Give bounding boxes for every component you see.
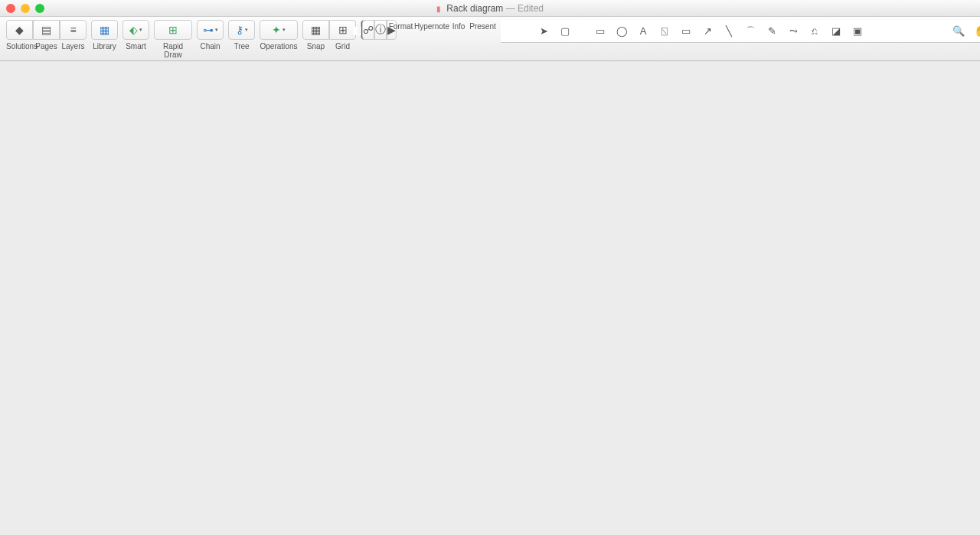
- title-text: Rack diagram: [446, 3, 503, 14]
- bezier-tool[interactable]: ⤳: [784, 23, 802, 40]
- format-button[interactable]: ◧ ☍ ⓘ ▶: [361, 20, 387, 40]
- maximize-icon[interactable]: [35, 4, 44, 13]
- hypernote-button[interactable]: ☍: [362, 20, 374, 40]
- edited-label: — Edited: [506, 3, 544, 14]
- hand-tool[interactable]: ✋: [971, 23, 980, 40]
- line-tool[interactable]: ╲: [720, 23, 738, 40]
- tree-button[interactable]: ⚷▾: [228, 20, 255, 40]
- pointer-tool[interactable]: ➤: [534, 23, 553, 40]
- rapid-button[interactable]: ⊞: [154, 20, 192, 40]
- library-label: Library: [93, 42, 116, 51]
- curve-tool[interactable]: ⌒: [741, 23, 760, 40]
- pages-button[interactable]: ▤: [33, 20, 60, 40]
- note-tool[interactable]: ▭: [677, 23, 695, 40]
- info-button[interactable]: ⓘ: [374, 20, 387, 40]
- close-icon[interactable]: [6, 4, 15, 13]
- text-tool[interactable]: A: [634, 23, 652, 40]
- titlebar: ▮ Rack diagram — Edited: [0, 0, 980, 17]
- group-tool[interactable]: ▣: [848, 23, 867, 40]
- library-button[interactable]: ▦: [91, 20, 118, 40]
- operations-button[interactable]: ✦▾: [260, 20, 298, 40]
- solutions-button[interactable]: ◆: [6, 20, 33, 40]
- layers-label: Layers: [60, 42, 87, 51]
- textbox-tool[interactable]: ⍂: [655, 23, 674, 40]
- ellipse-tool[interactable]: ◯: [612, 23, 631, 40]
- solutions-label: Solutions: [6, 42, 33, 51]
- shape-tool[interactable]: ◪: [827, 23, 845, 40]
- main-toolbar: ◆ ▤ ≡ Solutions Pages Layers ▦ Library ⬖…: [0, 17, 980, 61]
- chain-button[interactable]: ⊶▾: [197, 20, 224, 40]
- window-title: ▮ Rack diagram — Edited: [436, 3, 544, 14]
- smart-button[interactable]: ⬖▾: [122, 20, 149, 40]
- pages-label: Pages: [33, 42, 60, 51]
- snap-button[interactable]: ▦: [302, 20, 329, 40]
- pen-tool[interactable]: ✎: [763, 23, 781, 40]
- connector-tool[interactable]: ⎌: [805, 23, 824, 40]
- zoom-in-icon[interactable]: 🔍: [949, 23, 968, 40]
- rect-tool[interactable]: ▭: [591, 23, 609, 40]
- window-controls: [6, 4, 44, 13]
- layers-button[interactable]: ≡: [60, 20, 87, 40]
- shape-toolbar: ➤ ▢ ▭ ◯ A ⍂ ▭ ↗ ╲ ⌒ ✎ ⤳ ⎌ ◪ ▣ 🔍 ✋ ▲ ✐ ◇ …: [501, 20, 980, 43]
- marquee-tool[interactable]: ▢: [556, 23, 574, 40]
- arrow-tool[interactable]: ↗: [698, 23, 717, 40]
- solutions-group: ◆ ▤ ≡ Solutions Pages Layers: [6, 20, 87, 51]
- minimize-icon[interactable]: [21, 4, 30, 13]
- document-icon: ▮: [436, 5, 441, 13]
